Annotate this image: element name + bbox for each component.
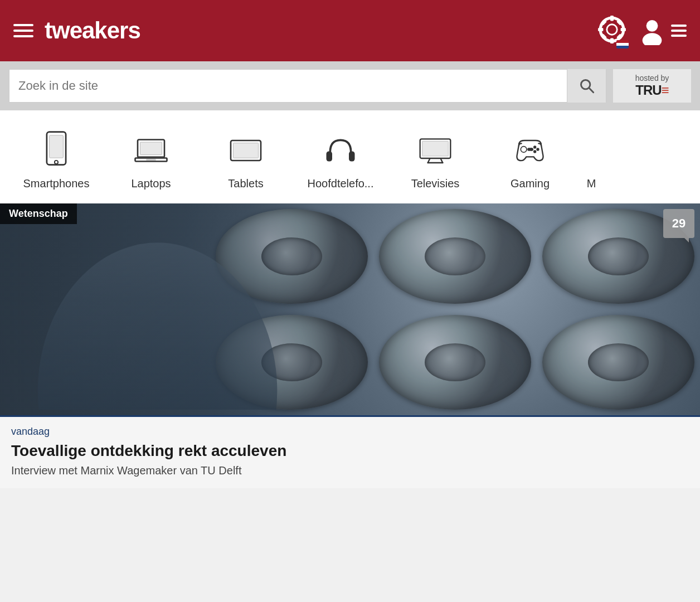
svg-rect-15 (50, 135, 64, 158)
article-info: vandaag Toevallige ontdekking rekt accul… (0, 415, 700, 488)
svg-rect-18 (140, 142, 162, 155)
sponsor-logo: TRU≡ (635, 82, 668, 98)
category-label-tablets: Tablets (228, 177, 263, 190)
category-nav: Smartphones Laptops Tablets (0, 110, 700, 203)
site-logo[interactable]: tweakers (45, 17, 140, 44)
speaker-5 (379, 315, 531, 410)
featured-article[interactable]: Wetenschap 29 vandaag Toevallige ontdekk… (0, 203, 700, 488)
search-input[interactable] (9, 79, 567, 93)
person-overlay (0, 203, 315, 415)
user-icon (638, 16, 667, 45)
category-item-smartphones[interactable]: Smartphones (9, 124, 104, 195)
speaker-6 (542, 315, 694, 410)
user-menu-button[interactable] (638, 16, 687, 45)
header-right (597, 15, 687, 46)
svg-rect-25 (349, 152, 355, 162)
article-date: vandaag (11, 426, 689, 438)
comment-bubble-tail (684, 238, 689, 242)
svg-rect-36 (527, 148, 532, 151)
hosted-by-label: hosted by (635, 74, 669, 82)
tablet-icon (226, 128, 265, 173)
settings-button[interactable] (597, 15, 626, 46)
search-button[interactable] (567, 69, 606, 103)
netherlands-flag (616, 40, 629, 48)
headphone-icon (321, 128, 360, 173)
svg-rect-20 (146, 159, 156, 161)
svg-rect-23 (234, 143, 259, 158)
hamburger-menu-button[interactable] (13, 24, 33, 37)
svg-point-34 (533, 150, 536, 153)
smartphone-icon (37, 128, 76, 173)
comment-count-badge[interactable]: 29 (663, 209, 694, 238)
header-left: tweakers (13, 17, 140, 44)
article-image: Wetenschap 29 (0, 203, 700, 415)
gaming-icon (511, 128, 550, 173)
category-item-more[interactable]: M (577, 124, 605, 195)
hosted-by-box: hosted by TRU≡ (613, 69, 691, 103)
user-menu-lines (671, 25, 687, 37)
category-label-hoofdtelefoons: Hoofdtelefo... (308, 177, 374, 190)
laptop-icon (132, 128, 171, 173)
svg-point-33 (536, 148, 539, 151)
search-input-wrapper (9, 69, 606, 103)
category-label-smartphones: Smartphones (23, 177, 90, 190)
speaker-2 (379, 209, 531, 304)
category-label-laptops: Laptops (131, 177, 171, 190)
svg-rect-24 (327, 152, 333, 162)
svg-rect-2 (610, 38, 614, 43)
category-item-gaming[interactable]: Gaming (483, 124, 577, 195)
article-category-badge: Wetenschap (0, 203, 77, 224)
category-label-televisies: Televisies (411, 177, 460, 190)
svg-point-16 (55, 161, 58, 164)
svg-rect-27 (422, 141, 449, 156)
category-label-gaming: Gaming (511, 177, 550, 190)
svg-point-10 (646, 20, 658, 32)
svg-rect-21 (139, 157, 164, 158)
search-icon (579, 78, 595, 94)
more-icon (577, 128, 605, 173)
site-header: tweakers (0, 0, 700, 61)
tv-icon (416, 128, 455, 173)
article-subtitle: Interview met Marnix Wagemaker van TU De… (11, 464, 689, 477)
search-section: hosted by TRU≡ (0, 61, 700, 110)
svg-rect-4 (621, 28, 626, 31)
category-item-hoofdtelefoons[interactable]: Hoofdtelefo... (293, 124, 388, 195)
category-item-televisies[interactable]: Televisies (388, 124, 483, 195)
article-title[interactable]: Toevallige ontdekking rekt acculeven (11, 442, 689, 460)
category-label-more: M (587, 177, 596, 190)
comment-count: 29 (672, 216, 686, 231)
svg-line-13 (589, 88, 594, 93)
svg-rect-1 (610, 16, 614, 21)
category-item-tablets[interactable]: Tablets (198, 124, 293, 195)
svg-point-11 (643, 33, 662, 45)
svg-point-31 (521, 147, 527, 153)
category-item-laptops[interactable]: Laptops (104, 124, 198, 195)
svg-point-32 (533, 145, 536, 148)
svg-rect-3 (598, 28, 603, 31)
person-silhouette (0, 224, 315, 410)
svg-point-9 (607, 25, 616, 34)
